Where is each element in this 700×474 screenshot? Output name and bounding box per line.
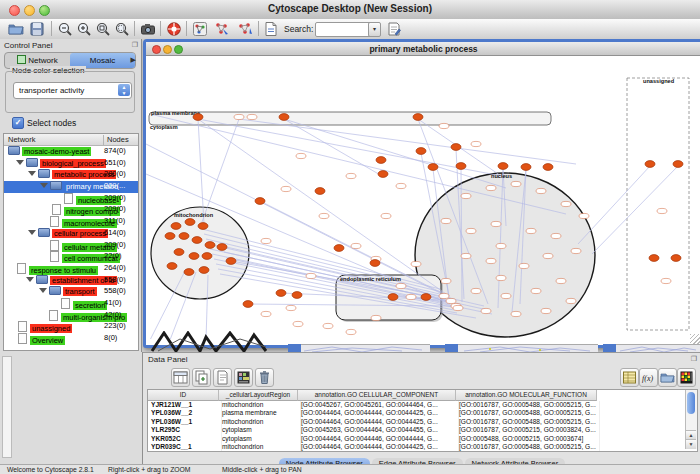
node-small-4[interactable] <box>281 186 291 191</box>
tree-row-15[interactable]: unassigned223(0) <box>4 321 138 333</box>
tree-row-8[interactable]: cellular metabo209(0) <box>4 240 138 252</box>
cell-r3-c2[interactable]: [GO:0045263, GO:0044464, GO:0044455, G..… <box>298 426 459 434</box>
node-small-51[interactable] <box>446 298 456 303</box>
combo-stepper-icon[interactable]: ▲▼ <box>118 84 130 96</box>
node-selected-29[interactable] <box>498 163 508 170</box>
search-input[interactable] <box>315 22 373 37</box>
annotation-pen-icon[interactable] <box>386 21 402 37</box>
network-edit-icon[interactable] <box>214 21 230 37</box>
node-selected-25[interactable] <box>416 148 426 155</box>
node-selected-4[interactable] <box>185 219 195 226</box>
column-header-1[interactable]: _cellularLayoutRegion <box>219 390 298 401</box>
node-small-47[interactable] <box>496 275 506 280</box>
tree-row-9[interactable]: cell communicat22(0) <box>4 251 138 263</box>
node-selected-0[interactable] <box>193 114 203 121</box>
column-header-0[interactable]: ID <box>148 390 219 401</box>
node-small-17[interactable] <box>411 261 421 266</box>
node-selected-10[interactable] <box>174 249 184 256</box>
zoom-in-icon[interactable] <box>76 21 92 37</box>
node-small-7[interactable] <box>351 243 361 248</box>
node-small-38[interactable] <box>471 288 481 293</box>
node-small-39[interactable] <box>501 293 511 298</box>
node-small-34[interactable] <box>571 248 581 253</box>
node-small-22[interactable] <box>406 294 416 299</box>
node-selected-38[interactable] <box>388 294 398 301</box>
edge-31[interactable] <box>578 166 650 244</box>
cell-r4-c0[interactable]: YKR052C <box>148 435 222 443</box>
node-small-49[interactable] <box>543 253 553 258</box>
cell-r5-c2[interactable]: [GO:0044464, GO:0044444, GO:0044425, G..… <box>298 443 459 451</box>
node-selected-19[interactable] <box>243 301 253 308</box>
node-small-42[interactable] <box>481 308 491 313</box>
tree-row-14[interactable]: multi-organism pro42(0) <box>4 310 138 322</box>
node-small-9[interactable] <box>306 273 316 278</box>
node-small-40[interactable] <box>531 288 541 293</box>
node-selected-27[interactable] <box>456 163 466 170</box>
tree-row-16[interactable]: Overview8(0) <box>4 333 138 345</box>
formula-builder-icon[interactable]: f(x) <box>639 368 658 387</box>
node-small-37[interactable] <box>441 278 451 283</box>
node-selected-17[interactable] <box>255 198 265 205</box>
edge-22[interactable] <box>284 119 382 176</box>
node-small-11[interactable] <box>261 311 271 316</box>
node-selected-31[interactable] <box>543 164 553 171</box>
node-selected-32[interactable] <box>378 171 388 178</box>
node-small-46[interactable] <box>566 298 576 303</box>
cell-r0-c2[interactable]: [GO:0045267, GO:0045261, GO:0044464, G..… <box>298 401 459 409</box>
snapshot-camera-icon[interactable] <box>140 21 156 37</box>
node-small-35[interactable] <box>461 253 471 258</box>
copy-attribute-icon[interactable] <box>213 368 232 387</box>
save-icon[interactable] <box>29 21 45 37</box>
cell-r4-c2[interactable]: [GO:0044464, GO:0044446, GO:0044444, G..… <box>298 435 459 443</box>
tree-row-13[interactable]: secretion41(0) <box>4 298 138 310</box>
scrollbar-thumb[interactable] <box>687 392 695 414</box>
cell-r2-c0[interactable]: YPL036W__1 <box>148 418 222 426</box>
help-ring-icon[interactable] <box>166 21 182 37</box>
node-color-combobox[interactable]: transporter activity ▲▼ <box>13 82 132 99</box>
node-selected-24[interactable] <box>370 260 380 267</box>
zoom-selected-icon[interactable] <box>95 21 111 37</box>
node-small-54[interactable] <box>657 208 667 213</box>
import-document-icon[interactable] <box>263 21 279 37</box>
scroll-down-icon[interactable]: ▼ <box>686 439 696 449</box>
node-small-18[interactable] <box>381 213 391 218</box>
node-selected-13[interactable] <box>167 263 177 270</box>
open-folder-icon[interactable] <box>8 21 24 37</box>
tree-row-2[interactable]: metabolic process280(0) <box>4 169 138 181</box>
node-small-3[interactable] <box>346 173 356 178</box>
node-selected-2[interactable] <box>413 114 423 121</box>
node-small-32[interactable] <box>526 228 536 233</box>
expand-triangle-icon[interactable] <box>16 160 24 165</box>
expand-triangle-icon[interactable] <box>28 230 36 235</box>
attribute-table-icon[interactable] <box>620 368 639 387</box>
node-selected-7[interactable] <box>179 233 189 240</box>
node-selected-12[interactable] <box>202 253 212 260</box>
node-small-31[interactable] <box>491 221 501 226</box>
node-selected-35[interactable] <box>673 161 683 168</box>
cell-r2-c1[interactable]: mitochondrion <box>219 418 301 426</box>
node-small-20[interactable] <box>439 123 449 128</box>
network-canvas[interactable]: plasma membranecytoplasmmitochondrionnuc… <box>146 56 695 339</box>
node-selected-23[interactable] <box>334 245 344 252</box>
node-small-53[interactable] <box>439 293 449 298</box>
node-selected-36[interactable] <box>649 255 659 262</box>
node-small-36[interactable] <box>486 258 496 263</box>
node-small-50[interactable] <box>496 243 506 248</box>
cell-r0-c1[interactable]: mitochondrion <box>219 401 301 409</box>
node-small-0[interactable] <box>234 114 244 119</box>
expand-triangle-icon[interactable] <box>28 171 36 176</box>
cell-r1-c1[interactable]: plasma membrane <box>219 409 301 417</box>
cell-r3-c0[interactable]: YLR295C <box>148 426 222 434</box>
node-small-24[interactable] <box>486 185 496 190</box>
search-dropdown-icon[interactable]: ▾ <box>368 22 381 37</box>
node-selected-11[interactable] <box>189 253 199 260</box>
column-header-3[interactable]: annotation.GO MOLECULAR_FUNCTION <box>456 390 597 401</box>
cell-r2-c2[interactable]: [GO:0044464, GO:0044444, GO:0044425, G..… <box>298 418 459 426</box>
tree-row-6[interactable]: macromolecule311(0) <box>4 216 138 228</box>
cell-r0-c3[interactable]: [GO:0016787, GO:0005488, GO:0005215, G..… <box>456 401 600 409</box>
node-small-33[interactable] <box>551 233 561 238</box>
tree-row-1[interactable]: biological_process651(0) <box>4 158 138 170</box>
cell-r0-c0[interactable]: YJR121W__1 <box>148 401 222 409</box>
select-attributes-icon[interactable] <box>171 368 190 387</box>
node-small-30[interactable] <box>466 228 476 233</box>
